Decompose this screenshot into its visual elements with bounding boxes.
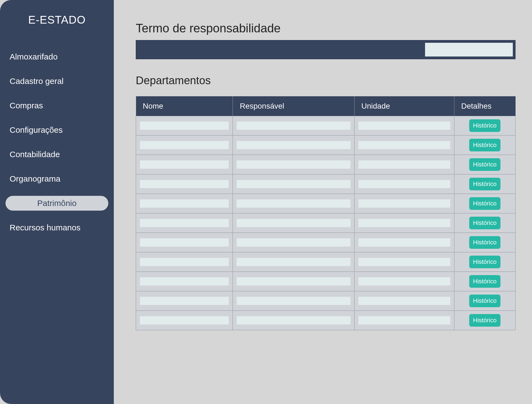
historico-button[interactable]: Histórico <box>469 236 500 249</box>
cell-value-unidade <box>358 122 450 130</box>
cell-unidade <box>354 155 454 174</box>
cell-detalhes: Histórico <box>454 311 515 330</box>
cell-detalhes: Histórico <box>454 155 515 174</box>
cell-value-nome <box>140 258 229 266</box>
sidebar-item-contabilidade[interactable]: Contabilidade <box>5 147 108 162</box>
cell-value-responsavel <box>237 238 350 247</box>
historico-button[interactable]: Histórico <box>469 295 500 307</box>
cell-nome <box>136 233 233 252</box>
sidebar-item-recursos-humanos[interactable]: Recursos humanos <box>5 220 108 235</box>
table-row: Histórico <box>136 116 516 135</box>
cell-responsavel <box>233 135 354 155</box>
sidebar-item-patrimonio[interactable]: Patrimônio <box>5 196 108 211</box>
cell-value-responsavel <box>237 258 350 266</box>
historico-button[interactable]: Histórico <box>469 217 500 229</box>
search-input[interactable] <box>425 43 513 56</box>
cell-responsavel <box>233 194 354 213</box>
cell-nome <box>136 116 233 135</box>
historico-button[interactable]: Histórico <box>469 139 500 151</box>
cell-value-nome <box>140 122 229 130</box>
cell-unidade <box>354 252 454 272</box>
table-row: Histórico <box>136 194 516 213</box>
cell-value-responsavel <box>237 122 350 130</box>
table-row: Histórico <box>136 291 516 311</box>
cell-value-unidade <box>358 180 450 188</box>
sidebar-item-cadastro-geral[interactable]: Cadastro geral <box>5 74 108 89</box>
cell-value-nome <box>140 316 229 324</box>
cell-value-nome <box>140 238 229 247</box>
cell-nome <box>136 135 233 155</box>
cell-value-nome <box>140 297 229 305</box>
cell-value-nome <box>140 141 229 149</box>
cell-responsavel <box>233 311 354 330</box>
cell-value-unidade <box>358 238 450 247</box>
cell-unidade <box>354 135 454 155</box>
historico-button[interactable]: Histórico <box>469 178 500 190</box>
cell-detalhes: Histórico <box>454 116 515 135</box>
cell-detalhes: Histórico <box>454 233 515 252</box>
cell-value-unidade <box>358 160 450 169</box>
app-window: E-ESTADO Almoxarifado Cadastro geral Com… <box>0 0 532 404</box>
column-header-detalhes: Detalhes <box>454 96 515 116</box>
page-title: Termo de responsabilidade <box>136 21 516 35</box>
cell-nome <box>136 291 233 311</box>
cell-unidade <box>354 291 454 311</box>
cell-detalhes: Histórico <box>454 272 515 291</box>
historico-button[interactable]: Histórico <box>469 314 500 327</box>
cell-detalhes: Histórico <box>454 213 515 233</box>
historico-button[interactable]: Histórico <box>469 158 500 171</box>
table-row: Histórico <box>136 233 516 252</box>
cell-value-responsavel <box>237 141 350 149</box>
table-row: Histórico <box>136 174 516 194</box>
cell-value-responsavel <box>237 160 350 169</box>
table-header-row: Nome Responsável Unidade Detalhes <box>136 96 516 116</box>
sidebar-item-compras[interactable]: Compras <box>5 98 108 113</box>
cell-responsavel <box>233 272 354 291</box>
historico-button[interactable]: Histórico <box>469 256 500 268</box>
cell-value-unidade <box>358 277 450 286</box>
cell-nome <box>136 174 233 194</box>
cell-value-responsavel <box>237 316 350 324</box>
cell-nome <box>136 194 233 213</box>
cell-detalhes: Histórico <box>454 291 515 311</box>
cell-responsavel <box>233 233 354 252</box>
cell-value-unidade <box>358 316 450 324</box>
sidebar-item-almoxarifado[interactable]: Almoxarifado <box>5 49 108 64</box>
cell-value-nome <box>140 160 229 169</box>
cell-value-unidade <box>358 219 450 227</box>
cell-value-responsavel <box>237 297 350 305</box>
departments-table: Nome Responsável Unidade Detalhes Histór… <box>136 96 516 330</box>
sidebar-item-organograma[interactable]: Organograma <box>5 171 108 186</box>
column-header-nome: Nome <box>136 96 233 116</box>
cell-value-nome <box>140 277 229 286</box>
cell-nome <box>136 213 233 233</box>
cell-unidade <box>354 233 454 252</box>
cell-unidade <box>354 174 454 194</box>
historico-button[interactable]: Histórico <box>469 119 500 132</box>
column-header-unidade: Unidade <box>354 96 454 116</box>
cell-nome <box>136 252 233 272</box>
cell-value-unidade <box>358 297 450 305</box>
cell-responsavel <box>233 116 354 135</box>
table-row: Histórico <box>136 155 516 174</box>
cell-value-unidade <box>358 141 450 149</box>
table-row: Histórico <box>136 272 516 291</box>
cell-detalhes: Histórico <box>454 194 515 213</box>
sidebar-item-configuracoes[interactable]: Configurações <box>5 123 108 137</box>
historico-button[interactable]: Histórico <box>469 275 500 288</box>
cell-value-unidade <box>358 258 450 266</box>
historico-button[interactable]: Histórico <box>469 197 500 210</box>
cell-responsavel <box>233 155 354 174</box>
table-row: Histórico <box>136 135 516 155</box>
cell-value-responsavel <box>237 219 350 227</box>
cell-responsavel <box>233 291 354 311</box>
table-row: Histórico <box>136 252 516 272</box>
cell-nome <box>136 311 233 330</box>
cell-value-nome <box>140 180 229 188</box>
cell-value-nome <box>140 199 229 208</box>
cell-detalhes: Histórico <box>454 252 515 272</box>
cell-unidade <box>354 213 454 233</box>
cell-unidade <box>354 311 454 330</box>
cell-value-unidade <box>358 199 450 208</box>
table-row: Histórico <box>136 311 516 330</box>
